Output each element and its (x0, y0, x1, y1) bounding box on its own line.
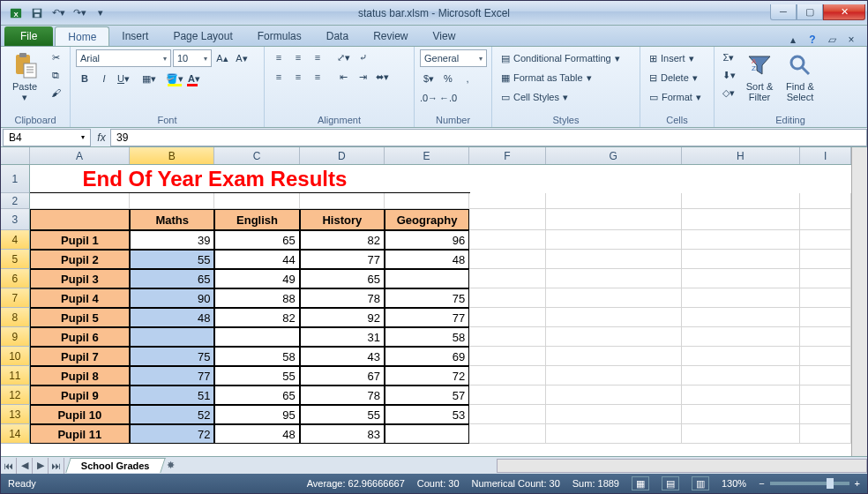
page-layout-view-icon[interactable]: ▤ (662, 476, 679, 490)
row-header-12[interactable]: 12 (1, 385, 30, 405)
data-cell[interactable]: 48 (130, 308, 214, 327)
decrease-indent-icon[interactable]: ⇤ (334, 69, 352, 85)
first-sheet-icon[interactable]: ⏮ (1, 458, 17, 474)
row-header-5[interactable]: 5 (1, 250, 30, 269)
row-header-2[interactable]: 2 (1, 193, 30, 209)
data-cell[interactable]: 88 (214, 288, 299, 308)
zoom-in-icon[interactable]: + (855, 478, 860, 489)
cell[interactable] (546, 165, 682, 193)
cell[interactable] (469, 230, 546, 250)
data-cell[interactable]: 78 (300, 385, 385, 405)
sort-filter-button[interactable]: AZ Sort & Filter (741, 49, 778, 102)
row-header-1[interactable]: 1 (1, 165, 30, 193)
tab-data[interactable]: Data (314, 26, 361, 46)
column-header-I[interactable]: I (800, 147, 851, 164)
number-format-combo[interactable]: General▾ (420, 49, 487, 67)
paste-button[interactable]: Paste▾ (6, 49, 43, 102)
cell[interactable] (682, 288, 801, 308)
cell[interactable] (682, 308, 801, 327)
cell[interactable] (800, 269, 851, 288)
data-cell[interactable]: 75 (130, 347, 214, 366)
cell[interactable] (469, 327, 546, 347)
column-header-F[interactable]: F (469, 147, 546, 164)
font-size-combo[interactable]: 10▾ (173, 49, 212, 67)
data-cell[interactable]: 69 (385, 347, 469, 366)
cut-icon[interactable]: ✂ (47, 49, 64, 65)
cell[interactable] (546, 327, 682, 347)
cell[interactable] (546, 193, 682, 209)
format-painter-icon[interactable]: 🖌 (47, 85, 64, 101)
tab-formulas[interactable]: Formulas (245, 26, 314, 46)
increase-indent-icon[interactable]: ⇥ (354, 69, 371, 85)
formula-input[interactable] (110, 129, 867, 146)
name-box[interactable]: B4▾ (3, 129, 91, 146)
data-cell[interactable] (385, 269, 469, 288)
cell[interactable] (385, 193, 469, 209)
data-cell[interactable]: 77 (385, 308, 469, 327)
cell[interactable] (546, 209, 682, 230)
delete-cells-button[interactable]: ⊟Delete ▾ (646, 69, 701, 86)
row-header-13[interactable]: 13 (1, 405, 30, 424)
fx-icon[interactable]: fx (93, 131, 110, 144)
cell[interactable] (800, 209, 851, 230)
font-name-combo[interactable]: Arial▾ (76, 49, 171, 67)
tab-insert[interactable]: Insert (109, 26, 161, 46)
align-bottom-icon[interactable]: ≡ (309, 49, 326, 65)
data-cell[interactable]: 52 (130, 405, 214, 424)
column-header-G[interactable]: G (546, 147, 682, 164)
data-cell[interactable]: 49 (214, 269, 299, 288)
font-color-icon[interactable]: A▾ (185, 71, 203, 86)
cell[interactable] (469, 209, 546, 230)
cell[interactable] (682, 250, 801, 269)
data-cell[interactable]: 48 (214, 424, 299, 444)
row-header-10[interactable]: 10 (1, 347, 30, 366)
select-all-corner[interactable] (1, 147, 30, 164)
prev-sheet-icon[interactable]: ◀ (17, 458, 33, 474)
cell[interactable] (546, 269, 682, 288)
data-cell[interactable]: 44 (214, 250, 299, 269)
comma-icon[interactable]: , (459, 71, 476, 86)
zoom-slider[interactable] (770, 482, 849, 485)
cell[interactable] (800, 165, 851, 193)
data-cell[interactable]: 58 (385, 327, 469, 347)
column-header-C[interactable]: C (214, 147, 299, 164)
cell[interactable] (800, 288, 851, 308)
fill-icon[interactable]: ⬇▾ (720, 67, 737, 83)
cell[interactable] (682, 405, 801, 424)
data-cell[interactable]: 53 (385, 405, 469, 424)
zoom-out-icon[interactable]: − (759, 478, 764, 489)
cell[interactable] (546, 288, 682, 308)
save-icon[interactable] (27, 4, 47, 22)
zoom-level[interactable]: 130% (722, 478, 746, 489)
row-header-6[interactable]: 6 (1, 269, 30, 288)
cell[interactable] (546, 308, 682, 327)
data-cell[interactable]: 77 (130, 366, 214, 385)
restore-workbook-icon[interactable]: ▱ (825, 34, 839, 46)
data-cell[interactable]: 75 (385, 288, 469, 308)
qat-customize-icon[interactable]: ▾ (91, 4, 110, 22)
data-cell[interactable]: 65 (214, 385, 299, 405)
tab-file[interactable]: File (4, 26, 53, 46)
data-cell[interactable]: 92 (300, 308, 385, 327)
cell[interactable] (30, 193, 131, 209)
cell-styles-button[interactable]: ▭Cell Styles ▾ (498, 88, 572, 106)
fill-color-icon[interactable]: 🪣▾ (166, 71, 183, 86)
cell[interactable] (800, 424, 851, 444)
row-header-11[interactable]: 11 (1, 366, 30, 385)
cell[interactable] (800, 308, 851, 327)
cell[interactable] (682, 165, 800, 193)
cell[interactable] (469, 424, 546, 444)
percent-icon[interactable]: % (439, 71, 457, 86)
tab-home[interactable]: Home (55, 26, 109, 46)
tab-view[interactable]: View (421, 26, 468, 46)
column-header-D[interactable]: D (300, 147, 385, 164)
data-cell[interactable]: 65 (214, 230, 299, 250)
row-header-9[interactable]: 9 (1, 327, 30, 347)
merge-center-icon[interactable]: ⬌▾ (373, 69, 391, 85)
column-header-B[interactable]: B (130, 147, 214, 164)
cell[interactable] (546, 424, 682, 444)
data-cell[interactable]: 55 (130, 250, 214, 269)
cell[interactable] (682, 385, 801, 405)
cell[interactable] (800, 347, 851, 366)
data-cell[interactable] (214, 327, 299, 347)
